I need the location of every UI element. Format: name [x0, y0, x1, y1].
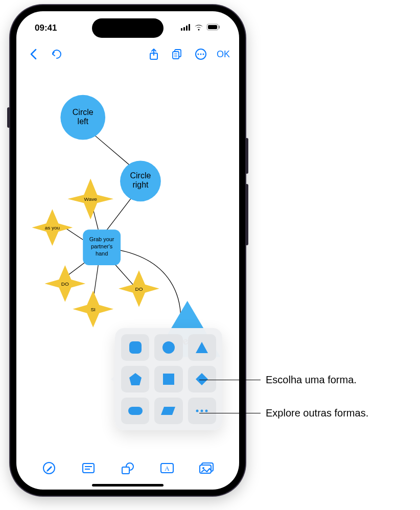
- svg-text:partner's: partner's: [91, 243, 113, 249]
- shape-diamond[interactable]: [188, 366, 216, 392]
- svg-point-16: [202, 54, 204, 55]
- ok-button[interactable]: OK: [217, 49, 230, 60]
- svg-rect-52: [128, 407, 143, 415]
- pen-tool-button[interactable]: [40, 459, 58, 477]
- star-do1[interactable]: DO: [44, 265, 85, 302]
- svg-point-56: [205, 410, 208, 412]
- shape-pentagon[interactable]: [121, 366, 149, 392]
- star-wave[interactable]: Wave: [67, 178, 113, 219]
- star-do2[interactable]: DO: [119, 270, 159, 307]
- svg-marker-53: [161, 407, 175, 415]
- svg-text:DO: DO: [135, 286, 143, 292]
- svg-marker-51: [196, 373, 208, 385]
- callout-explore-shapes: Explore outras formas.: [266, 407, 368, 419]
- shapes-tool-button[interactable]: [119, 459, 136, 477]
- svg-rect-46: [129, 341, 142, 354]
- battery-icon: [206, 23, 221, 33]
- svg-rect-2: [186, 26, 188, 31]
- shape-triangle[interactable]: [188, 334, 216, 361]
- shape-circle[interactable]: [154, 334, 182, 361]
- share-button[interactable]: [146, 47, 161, 62]
- svg-point-14: [197, 54, 199, 55]
- wifi-icon: [194, 23, 203, 33]
- svg-text:hand: hand: [96, 250, 108, 257]
- dynamic-island: [92, 18, 164, 38]
- svg-point-15: [200, 54, 201, 55]
- more-button[interactable]: [193, 47, 208, 62]
- svg-text:DO: DO: [61, 281, 69, 287]
- home-indicator: [92, 484, 164, 486]
- status-time: 09:41: [35, 23, 57, 33]
- shape-pill[interactable]: [121, 398, 149, 424]
- top-toolbar: OK: [16, 42, 239, 66]
- shape-square[interactable]: [154, 366, 182, 392]
- note-tool-button[interactable]: [80, 459, 97, 477]
- media-tool-button[interactable]: [198, 459, 215, 477]
- svg-rect-1: [183, 27, 185, 31]
- svg-point-67: [202, 467, 204, 469]
- undo-button[interactable]: [49, 47, 64, 62]
- node-grab[interactable]: Grab your partner's hand: [83, 229, 121, 265]
- back-button[interactable]: [26, 47, 41, 62]
- text-tool-button[interactable]: A: [158, 459, 176, 477]
- svg-line-23: [113, 263, 134, 286]
- svg-text:Circle: Circle: [130, 171, 151, 180]
- shape-rounded-square[interactable]: [121, 334, 149, 361]
- svg-text:A: A: [165, 465, 170, 472]
- svg-text:SI: SI: [90, 307, 95, 312]
- svg-text:as you: as you: [45, 225, 60, 230]
- svg-rect-58: [83, 463, 94, 473]
- svg-rect-3: [189, 24, 190, 31]
- node-circle-right[interactable]: Circle right: [120, 161, 161, 202]
- annotation-callouts: Escolha uma forma. Explore outras formas…: [255, 0, 419, 510]
- svg-text:Wave: Wave: [84, 196, 98, 202]
- copy-button[interactable]: [170, 47, 185, 62]
- shape-more-button[interactable]: [188, 398, 216, 424]
- cellular-icon: [181, 23, 191, 33]
- bottom-toolbar: A: [16, 454, 239, 482]
- svg-point-47: [162, 341, 175, 354]
- star-si[interactable]: SI: [73, 291, 113, 328]
- svg-marker-48: [196, 342, 208, 353]
- node-circle-left[interactable]: Circle left: [60, 95, 105, 140]
- star-asyou[interactable]: as you: [32, 209, 73, 246]
- svg-rect-62: [122, 467, 129, 474]
- svg-point-54: [196, 410, 199, 412]
- shape-parallelogram[interactable]: [154, 398, 182, 424]
- svg-text:Grab your: Grab your: [89, 236, 114, 242]
- svg-marker-49: [129, 373, 142, 385]
- shape-picker-popover: [115, 328, 222, 430]
- svg-text:left: left: [78, 117, 89, 126]
- svg-text:Circle: Circle: [73, 108, 94, 117]
- svg-text:right: right: [132, 180, 149, 189]
- svg-rect-6: [219, 26, 220, 29]
- callout-choose-shape: Escolha uma forma.: [266, 374, 357, 386]
- svg-rect-5: [208, 25, 217, 29]
- svg-point-55: [201, 410, 203, 412]
- svg-rect-0: [181, 28, 182, 31]
- svg-rect-50: [163, 374, 174, 385]
